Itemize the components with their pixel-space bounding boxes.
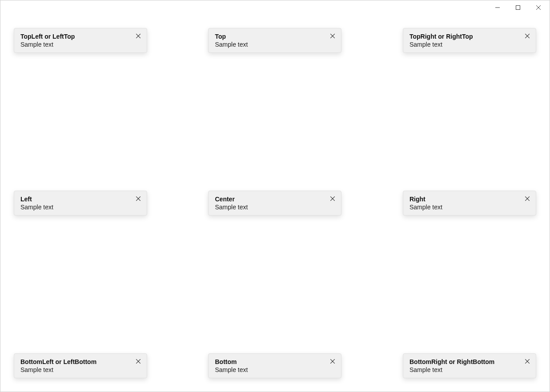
card-title: Bottom [215, 358, 335, 365]
card-close-button[interactable] [329, 195, 337, 203]
card-bottom: Bottom Sample text [208, 353, 341, 378]
card-body: Sample text [20, 366, 141, 373]
titlebar [0, 0, 550, 15]
card-title: BottomRight or RightBottom [409, 358, 530, 365]
card-close-button[interactable] [329, 32, 337, 40]
card-close-button[interactable] [523, 195, 531, 203]
card-bottom-left: BottomLeft or LeftBottom Sample text [14, 353, 147, 378]
close-icon [330, 34, 335, 38]
card-bottom-right: BottomRight or RightBottom Sample text [403, 353, 536, 378]
card-title: BottomLeft or LeftBottom [20, 358, 141, 365]
card-close-button[interactable] [523, 357, 531, 365]
close-button[interactable] [528, 1, 549, 14]
svg-rect-1 [516, 6, 520, 10]
cell-top-left: TopLeft or LeftTop Sample text [14, 28, 155, 145]
card-body: Sample text [409, 366, 530, 373]
card-close-button[interactable] [523, 32, 531, 40]
card-top-left: TopLeft or LeftTop Sample text [14, 28, 147, 53]
card-top-right: TopRight or RightTop Sample text [403, 28, 536, 53]
card-left: Left Sample text [14, 191, 147, 216]
card-close-button[interactable] [134, 32, 142, 40]
card-title: Left [20, 196, 141, 203]
close-icon [136, 359, 141, 364]
cell-top-right: TopRight or RightTop Sample text [395, 28, 536, 145]
card-body: Sample text [215, 204, 335, 211]
card-title: TopLeft or LeftTop [20, 33, 141, 40]
card-body: Sample text [409, 41, 530, 48]
close-icon [536, 5, 541, 10]
close-icon [136, 196, 141, 201]
maximize-button[interactable] [508, 1, 528, 14]
card-body: Sample text [215, 366, 335, 373]
card-right: Right Sample text [403, 191, 536, 216]
app-window: TopLeft or LeftTop Sample text Top Sampl… [0, 0, 550, 392]
card-title: Right [409, 196, 530, 203]
close-icon [330, 359, 335, 364]
card-top: Top Sample text [208, 28, 341, 53]
card-body: Sample text [20, 41, 141, 48]
close-icon [525, 34, 530, 38]
card-close-button[interactable] [329, 357, 337, 365]
close-icon [136, 34, 141, 38]
card-center: Center Sample text [208, 191, 341, 216]
window-controls [487, 1, 549, 14]
card-body: Sample text [215, 41, 335, 48]
cell-bottom-right: BottomRight or RightBottom Sample text [395, 261, 536, 378]
card-body: Sample text [409, 204, 530, 211]
card-close-button[interactable] [134, 357, 142, 365]
cell-left: Left Sample text [14, 145, 155, 262]
cell-right: Right Sample text [395, 145, 536, 262]
cell-bottom-left: BottomLeft or LeftBottom Sample text [14, 261, 155, 378]
close-icon [330, 196, 335, 201]
card-body: Sample text [20, 204, 141, 211]
close-icon [525, 196, 530, 201]
maximize-icon [516, 5, 520, 10]
cell-top: Top Sample text [204, 28, 345, 145]
cell-center: Center Sample text [204, 145, 345, 262]
content-area: TopLeft or LeftTop Sample text Top Sampl… [0, 15, 550, 392]
card-title: Top [215, 33, 335, 40]
card-close-button[interactable] [134, 195, 142, 203]
minimize-button[interactable] [487, 1, 508, 14]
card-title: Center [215, 196, 335, 203]
close-icon [525, 359, 530, 364]
card-title: TopRight or RightTop [409, 33, 530, 40]
cell-bottom: Bottom Sample text [204, 261, 345, 378]
minimize-icon [495, 5, 500, 10]
